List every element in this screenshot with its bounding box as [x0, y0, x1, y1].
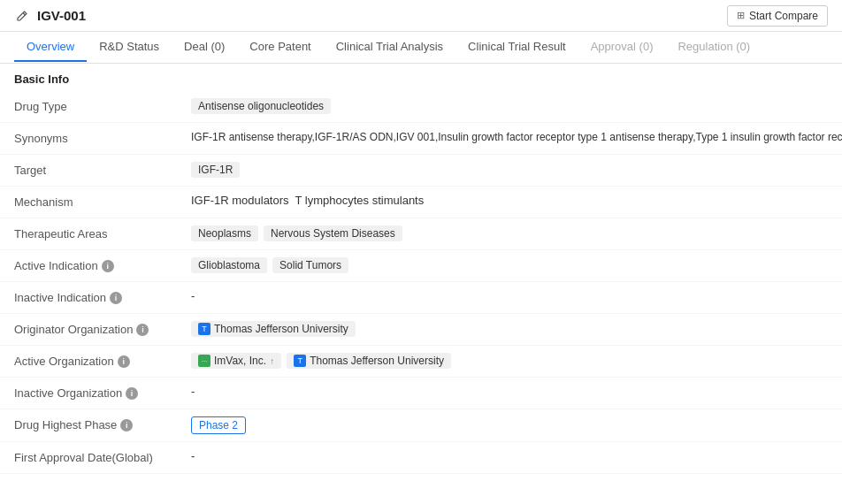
org-tag-imvax: ··· ImVax, Inc. ↑ [191, 353, 281, 369]
synonyms-text: IGF-1R antisense therapy,IGF-1R/AS ODN,I… [191, 130, 842, 145]
org-icon-tjefferson: T [198, 323, 210, 335]
org-tag-tjefferson-active: T Thomas Jefferson University [287, 353, 451, 369]
field-inactive-indication: Inactive Indication i - [0, 282, 842, 314]
info-icon-drug-phase[interactable]: i [120, 419, 133, 431]
nav-tabs: Overview R&D Status Deal (0) Core Patent… [0, 32, 842, 64]
value-mechanism: IGF-1R modulators T lymphocytes stimulan… [191, 194, 828, 207]
value-active-indication: Glioblastoma Solid Tumors [191, 257, 828, 273]
label-therapeutic-areas: Therapeutic Areas [14, 225, 191, 241]
tag-solid-tumors: Solid Tumors [272, 257, 348, 273]
org-tag-tjefferson: T Thomas Jefferson University [191, 321, 356, 337]
dash-first-approval: - [191, 449, 195, 462]
label-drug-highest-phase: Drug Highest Phase i [14, 416, 191, 431]
label-target: Target [14, 162, 191, 177]
field-synonyms: Synonyms IGF-1R antisense therapy,IGF-1R… [0, 123, 842, 155]
tag-glioblastoma: Glioblastoma [191, 257, 267, 273]
info-icon-active-org[interactable]: i [118, 355, 130, 368]
field-active-org: Active Organization i ··· ImVax, Inc. ↑ … [0, 346, 842, 378]
tag-antisense: Antisense oligonucleotides [191, 98, 331, 114]
label-synonyms: Synonyms [14, 130, 191, 145]
field-target: Target IGF-1R [0, 155, 842, 187]
field-therapeutic-areas: Therapeutic Areas Neoplasms Nervous Syst… [0, 218, 842, 250]
tag-nervous-system: Nervous System Diseases [264, 225, 402, 241]
compare-icon: ⊞ [737, 10, 745, 21]
field-first-approval: First Approval Date(Global) - [0, 442, 842, 474]
label-inactive-org: Inactive Organization i [14, 385, 191, 400]
value-target: IGF-1R [191, 162, 828, 178]
label-mechanism: Mechanism [14, 194, 191, 209]
header: IGV-001 ⊞ Start Compare [0, 0, 842, 32]
tab-deal[interactable]: Deal (0) [172, 33, 237, 62]
label-first-approval: First Approval Date(Global) [14, 449, 191, 464]
label-inactive-indication: Inactive Indication i [14, 289, 191, 304]
label-active-org: Active Organization i [14, 353, 191, 368]
tag-neoplasms: Neoplasms [191, 225, 258, 241]
tab-clinical-trial-result[interactable]: Clinical Trial Result [455, 33, 578, 62]
value-originator-org: T Thomas Jefferson University [191, 321, 828, 337]
tab-core-patent[interactable]: Core Patent [237, 33, 323, 62]
field-inactive-org: Inactive Organization i - [0, 378, 842, 409]
value-inactive-org: - [191, 385, 828, 398]
value-drug-type: Antisense oligonucleotides [191, 98, 828, 114]
tab-overview[interactable]: Overview [14, 33, 87, 62]
mechanism-text: IGF-1R modulators T lymphocytes stimulan… [191, 194, 424, 207]
tab-approval: Approval (0) [578, 33, 666, 62]
tag-igf1r: IGF-1R [191, 162, 240, 178]
start-compare-button[interactable]: ⊞ Start Compare [727, 5, 828, 27]
info-icon-originator-org[interactable]: i [136, 324, 149, 336]
section-basic-info: Basic Info [0, 64, 842, 91]
dash-inactive-org: - [191, 385, 195, 398]
info-icon-inactive-org[interactable]: i [126, 387, 138, 400]
label-active-indication: Active Indication i [14, 257, 191, 272]
label-originator-org: Originator Organization i [14, 321, 191, 336]
org-icon-tjefferson-active: T [294, 355, 306, 367]
field-drug-highest-phase: Drug Highest Phase i Phase 2 [0, 409, 842, 442]
info-icon-active-indication[interactable]: i [102, 260, 114, 272]
value-inactive-indication: - [191, 289, 828, 302]
field-mechanism: Mechanism IGF-1R modulators T lymphocyte… [0, 187, 842, 218]
value-synonyms: IGF-1R antisense therapy,IGF-1R/AS ODN,I… [191, 130, 842, 145]
content-area: Basic Info Drug Type Antisense oligonucl… [0, 64, 842, 492]
tag-phase2: Phase 2 [191, 416, 246, 434]
value-first-approval: - [191, 449, 828, 462]
label-drug-type: Drug Type [14, 98, 191, 113]
tab-clinical-trial-analysis[interactable]: Clinical Trial Analysis [324, 33, 455, 62]
tab-regulation: Regulation (0) [665, 33, 762, 62]
value-therapeutic-areas: Neoplasms Nervous System Diseases [191, 225, 828, 241]
org-icon-imvax: ··· [198, 355, 210, 367]
tab-rd-status[interactable]: R&D Status [87, 33, 172, 62]
page-title: IGV-001 [37, 8, 86, 23]
value-drug-highest-phase: Phase 2 [191, 416, 828, 434]
field-drug-type: Drug Type Antisense oligonucleotides [0, 91, 842, 123]
header-left: IGV-001 [14, 8, 86, 24]
value-active-org: ··· ImVax, Inc. ↑ T Thomas Jefferson Uni… [191, 353, 828, 369]
field-originator-org: Originator Organization i T Thomas Jeffe… [0, 314, 842, 346]
dash-inactive-indication: - [191, 289, 195, 302]
arrow-imvax: ↑ [270, 356, 274, 366]
field-active-indication: Active Indication i Glioblastoma Solid T… [0, 250, 842, 282]
edit-icon [14, 8, 30, 24]
info-icon-inactive-indication[interactable]: i [110, 292, 122, 304]
